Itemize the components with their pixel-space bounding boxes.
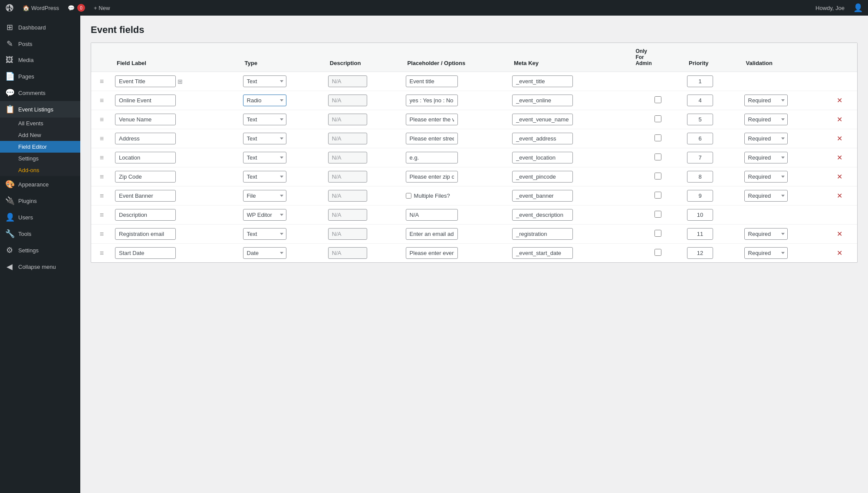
description-input[interactable] <box>328 152 367 163</box>
delete-button[interactable]: ✕ <box>835 230 844 238</box>
field-label-input[interactable] <box>115 247 176 259</box>
field-label-input[interactable] <box>115 209 176 221</box>
drag-handle[interactable]: ≡ <box>91 129 112 148</box>
submenu-add-new[interactable]: Add New <box>0 129 80 141</box>
sidebar-item-event-listings[interactable]: 📋 Event Listings <box>0 101 80 118</box>
meta-key-input[interactable] <box>512 228 573 240</box>
meta-key-input[interactable] <box>512 209 573 221</box>
sidebar-item-dashboard[interactable]: ⊞ Dashboard <box>0 19 80 36</box>
validation-select[interactable]: Required <box>744 114 788 125</box>
type-select[interactable]: TextRadioFileWP EditorDateCheckboxSelect… <box>243 247 286 259</box>
delete-button[interactable]: ✕ <box>835 192 844 200</box>
delete-button[interactable]: ✕ <box>835 173 844 181</box>
priority-input[interactable] <box>687 75 713 87</box>
admin-only-checkbox[interactable] <box>654 173 661 180</box>
description-input[interactable] <box>328 209 367 221</box>
drag-handle[interactable]: ≡ <box>91 110 112 129</box>
field-label-input[interactable] <box>115 114 176 125</box>
admin-only-checkbox[interactable] <box>654 230 661 237</box>
admin-only-checkbox[interactable] <box>654 249 661 256</box>
field-label-input[interactable] <box>115 171 176 183</box>
type-select[interactable]: TextRadioFileWP EditorDateCheckboxSelect… <box>243 152 286 163</box>
submenu-all-events[interactable]: All Events <box>0 118 80 129</box>
placeholder-input[interactable] <box>406 228 458 240</box>
type-select[interactable]: TextRadioFileWP EditorDateCheckboxSelect… <box>243 190 286 202</box>
type-select[interactable]: TextRadioFileWP EditorDateCheckboxSelect… <box>243 75 286 87</box>
type-select[interactable]: TextRadioFileWP EditorDateCheckboxSelect… <box>243 114 286 125</box>
field-label-input[interactable] <box>115 152 176 163</box>
validation-select[interactable]: Required <box>744 171 788 183</box>
type-select[interactable]: TextRadioFileWP EditorDateCheckboxSelect… <box>243 95 286 106</box>
type-select[interactable]: TextRadioFileWP EditorDateCheckboxSelect… <box>243 133 286 144</box>
delete-button[interactable]: ✕ <box>835 153 844 162</box>
priority-input[interactable] <box>687 95 713 106</box>
priority-input[interactable] <box>687 152 713 163</box>
comments-link[interactable]: 💬 0 <box>68 4 85 12</box>
submenu-settings[interactable]: Settings <box>0 153 80 164</box>
validation-select[interactable]: Required <box>744 95 788 106</box>
placeholder-input[interactable] <box>406 152 458 163</box>
description-input[interactable] <box>328 95 367 106</box>
meta-key-input[interactable] <box>512 247 573 259</box>
wp-logo[interactable] <box>5 3 14 12</box>
delete-button[interactable]: ✕ <box>835 134 844 143</box>
admin-only-checkbox[interactable] <box>654 211 661 218</box>
drag-handle[interactable]: ≡ <box>91 148 112 167</box>
priority-input[interactable] <box>687 190 713 202</box>
validation-select[interactable]: Required <box>744 133 788 144</box>
drag-handle[interactable]: ≡ <box>91 72 112 91</box>
priority-input[interactable] <box>687 228 713 240</box>
sidebar-item-media[interactable]: 🖼 Media <box>0 52 80 68</box>
sidebar-item-plugins[interactable]: 🔌 Plugins <box>0 193 80 209</box>
drag-handle[interactable]: ≡ <box>91 167 112 186</box>
submenu-field-editor[interactable]: Field Editor <box>0 141 80 153</box>
sidebar-item-users[interactable]: 👤 Users <box>0 209 80 225</box>
meta-key-input[interactable] <box>512 75 573 87</box>
type-select[interactable]: TextRadioFileWP EditorDateCheckboxSelect… <box>243 228 286 240</box>
admin-only-checkbox[interactable] <box>654 134 661 141</box>
placeholder-input[interactable] <box>406 247 458 259</box>
sidebar-item-settings[interactable]: ⚙ Settings <box>0 242 80 258</box>
field-label-input[interactable] <box>115 75 176 87</box>
field-label-input[interactable] <box>115 95 176 106</box>
priority-input[interactable] <box>687 209 713 221</box>
meta-key-input[interactable] <box>512 190 573 202</box>
sidebar-item-comments[interactable]: 💬 Comments <box>0 85 80 101</box>
meta-key-input[interactable] <box>512 171 573 183</box>
submenu-add-ons[interactable]: Add-ons <box>0 164 80 176</box>
drag-handle[interactable]: ≡ <box>91 244 112 263</box>
admin-only-checkbox[interactable] <box>654 96 661 103</box>
description-input[interactable] <box>328 75 367 87</box>
sidebar-item-collapse[interactable]: ◀ Collapse menu <box>0 258 80 275</box>
priority-input[interactable] <box>687 133 713 144</box>
validation-select[interactable]: Required <box>744 228 788 240</box>
type-select[interactable]: TextRadioFileWP EditorDateCheckboxSelect… <box>243 171 286 183</box>
placeholder-input[interactable] <box>406 114 458 125</box>
description-input[interactable] <box>328 247 367 259</box>
drag-handle[interactable]: ≡ <box>91 206 112 225</box>
drag-handle[interactable]: ≡ <box>91 225 112 244</box>
field-label-input[interactable] <box>115 190 176 202</box>
meta-key-input[interactable] <box>512 152 573 163</box>
meta-key-input[interactable] <box>512 114 573 125</box>
description-input[interactable] <box>328 133 367 144</box>
priority-input[interactable] <box>687 114 713 125</box>
wp-site-link[interactable]: 🏠 WordPress <box>23 5 59 11</box>
type-select[interactable]: TextRadioFileWP EditorDateCheckboxSelect… <box>243 209 286 221</box>
sidebar-item-posts[interactable]: ✎ Posts <box>0 36 80 52</box>
delete-button[interactable]: ✕ <box>835 115 844 124</box>
drag-handle[interactable]: ≡ <box>91 186 112 206</box>
placeholder-input[interactable] <box>406 75 458 87</box>
field-label-input[interactable] <box>115 228 176 240</box>
admin-only-checkbox[interactable] <box>654 115 661 122</box>
priority-input[interactable] <box>687 171 713 183</box>
description-input[interactable] <box>328 171 367 183</box>
admin-only-checkbox[interactable] <box>654 153 661 160</box>
placeholder-input[interactable] <box>406 171 458 183</box>
new-link[interactable]: + New <box>94 5 110 11</box>
delete-button[interactable]: ✕ <box>835 96 844 104</box>
meta-key-input[interactable] <box>512 95 573 106</box>
priority-input[interactable] <box>687 247 713 259</box>
placeholder-input[interactable] <box>406 133 458 144</box>
multiple-files-checkbox[interactable] <box>406 193 411 199</box>
